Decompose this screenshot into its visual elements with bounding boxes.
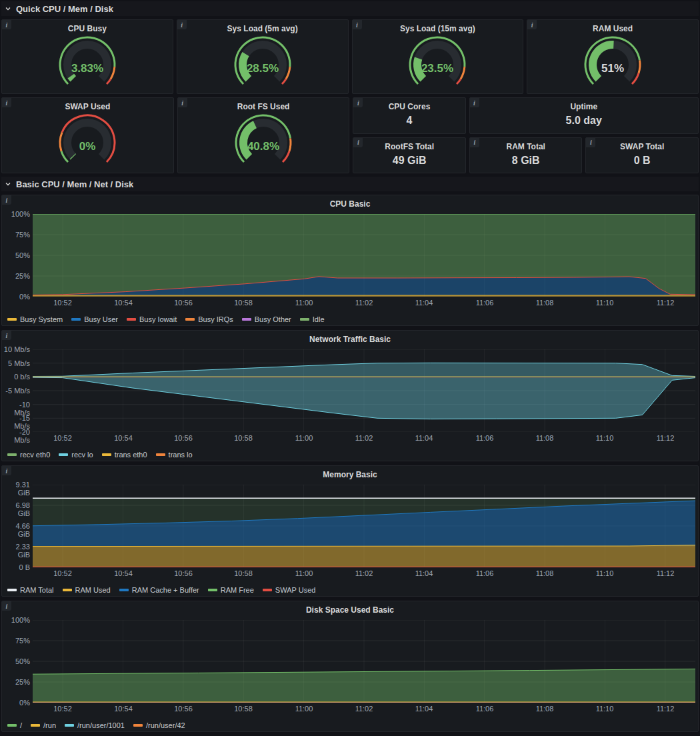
x-axis-label: 11:02: [349, 434, 379, 442]
panel-info-icon[interactable]: i: [470, 98, 479, 107]
panel-row-stats-bottom: iRootFS Total49 GiBiRAM Total8 GiBiSWAP …: [353, 137, 699, 174]
panel-column-graphs: iCPU Basic100%75%50%25%0%10:5210:5410:56…: [1, 195, 699, 732]
legend-label: /: [20, 721, 22, 729]
legend-item-swap-used[interactable]: SWAP Used: [263, 586, 316, 594]
panel-title[interactable]: RAM Total: [470, 138, 582, 151]
x-axis-label: 11:10: [590, 434, 619, 442]
legend-item-ram-total[interactable]: RAM Total: [7, 586, 54, 594]
legend-item-run[interactable]: /run: [31, 721, 56, 729]
panel-info-icon[interactable]: i: [177, 20, 187, 29]
y-axis-label: 6.98 GiB: [3, 501, 30, 517]
legend-item-run-user-1001[interactable]: /run/user/1001: [65, 721, 125, 729]
panel-title[interactable]: SWAP Used: [65, 98, 110, 111]
legend-item-busy-irqs[interactable]: Busy IRQs: [185, 315, 233, 323]
x-axis-label: 11:00: [289, 569, 319, 577]
panel-title[interactable]: Disk Space Used Basic: [2, 601, 698, 615]
row-header-basic-cpu-mem-net-disk[interactable]: Basic CPU / Mem / Net / Disk: [1, 177, 699, 191]
gauge-value: 0%: [79, 140, 96, 153]
chart-legend: RAM TotalRAM UsedRAM Cache + BufferRAM F…: [7, 586, 315, 594]
x-axis-label: 10:56: [169, 705, 198, 713]
legend-label: RAM Total: [20, 586, 54, 594]
panel-subgrid: iCPU Cores4iUptime5.0 dayiRootFS Total49…: [353, 97, 699, 173]
panel-title[interactable]: CPU Busy: [68, 20, 107, 33]
chart-canvas[interactable]: [33, 620, 695, 703]
panel-info-icon[interactable]: i: [2, 20, 11, 29]
y-axis-label: 9.31 GiB: [3, 481, 30, 497]
legend-item-trans-eth0[interactable]: trans eth0: [102, 451, 147, 459]
panel-info-icon[interactable]: i: [2, 466, 11, 475]
panel-title[interactable]: SWAP Total: [586, 138, 698, 151]
panel-row-gauges: iCPU Busy3.83%iSys Load (5m avg)28.5%iSy…: [1, 19, 699, 94]
legend-marker-icon: [300, 318, 309, 321]
legend-label: Busy System: [20, 315, 63, 323]
panel-sys-load-5m-avg: iSys Load (5m avg)28.5%: [177, 19, 349, 94]
panel-info-icon[interactable]: i: [353, 138, 363, 147]
chart-canvas[interactable]: [33, 214, 695, 297]
legend-label: Idle: [313, 315, 325, 323]
legend-label: recv eth0: [20, 451, 50, 459]
panel-disk-space-used-basic: iDisk Space Used Basic100%75%50%25%0%10:…: [1, 601, 699, 732]
panel-info-icon[interactable]: i: [470, 138, 479, 147]
x-axis-label: 10:52: [48, 569, 77, 577]
panel-info-icon[interactable]: i: [353, 98, 363, 107]
legend-label: /run/user/1001: [77, 721, 125, 729]
panel-info-icon[interactable]: i: [353, 20, 362, 29]
panel-title[interactable]: Root FS Used: [237, 98, 290, 111]
panel-info-icon[interactable]: i: [2, 195, 11, 205]
panel-ram-total: iRAM Total8 GiB: [469, 137, 583, 174]
chart-legend: recv eth0recv lotrans eth0trans lo: [7, 451, 193, 459]
legend-item-idle[interactable]: Idle: [300, 315, 325, 323]
legend-item-busy-system[interactable]: Busy System: [7, 315, 63, 323]
chart-canvas[interactable]: [33, 349, 695, 432]
legend-item-ram-free[interactable]: RAM Free: [208, 586, 254, 594]
panel-info-icon[interactable]: i: [2, 601, 11, 611]
panel-cpu-basic: iCPU Basic100%75%50%25%0%10:5210:5410:56…: [1, 195, 699, 326]
panel-memory-basic: iMemory Basic9.31 GiB6.98 GiB4.66 GiB2.3…: [1, 465, 699, 597]
legend-item-busy-user[interactable]: Busy User: [71, 315, 118, 323]
panel-title[interactable]: CPU Cores: [353, 98, 465, 111]
x-axis-label: 11:04: [409, 299, 439, 307]
legend-item-busy-iowait[interactable]: Busy Iowait: [127, 315, 177, 323]
gauge: 23.5%: [387, 34, 487, 90]
legend-marker-icon: [119, 589, 129, 591]
panel-info-icon[interactable]: i: [2, 98, 11, 107]
legend-label: RAM Cache + Buffer: [132, 586, 199, 594]
row-header-quick-cpu-mem-disk[interactable]: Quick CPU / Mem / Disk: [1, 1, 699, 16]
legend-item-ram-used[interactable]: RAM Used: [63, 586, 111, 594]
legend-marker-icon: [242, 318, 251, 321]
legend-item-trans-lo[interactable]: trans lo: [156, 451, 193, 459]
x-axis-label: 11:00: [289, 434, 319, 442]
legend-item-busy-other[interactable]: Busy Other: [242, 315, 291, 323]
y-axis-label: 100%: [3, 210, 30, 218]
panel-info-icon[interactable]: i: [2, 331, 11, 340]
legend-item-recv-eth0[interactable]: recv eth0: [7, 451, 50, 459]
legend-label: /run: [43, 721, 56, 729]
panel-title[interactable]: Network Traffic Basic: [2, 331, 698, 344]
legend-marker-icon: [127, 318, 136, 321]
gauge: 51%: [563, 34, 663, 90]
legend-item-ram-cache-buffer[interactable]: RAM Cache + Buffer: [119, 586, 199, 594]
legend-item-recv-lo[interactable]: recv lo: [59, 451, 93, 459]
panel-title[interactable]: Sys Load (15m avg): [400, 20, 475, 33]
y-axis-label: 0%: [3, 293, 30, 301]
dashboard: Quick CPU / Mem / Disk iCPU Busy3.83%iSy…: [0, 0, 700, 733]
legend-marker-icon: [31, 724, 40, 727]
legend-item-[interactable]: /: [7, 721, 22, 729]
panel-info-icon[interactable]: i: [178, 98, 187, 107]
chart-canvas[interactable]: [33, 485, 695, 567]
legend-item-run-user-42[interactable]: /run/user/42: [133, 721, 185, 729]
panel-row-stats-top: iCPU Cores4iUptime5.0 day: [353, 97, 699, 134]
panel-title[interactable]: Uptime: [470, 98, 699, 111]
panel-info-icon[interactable]: i: [586, 138, 595, 147]
legend-marker-icon: [7, 589, 17, 591]
legend-marker-icon: [185, 318, 195, 321]
legend-marker-icon: [263, 589, 272, 591]
panel-title[interactable]: CPU Basic: [2, 195, 698, 209]
legend-marker-icon: [7, 318, 17, 321]
panel-title[interactable]: RAM Used: [593, 20, 633, 33]
legend-label: Busy IRQs: [198, 315, 233, 323]
panel-info-icon[interactable]: i: [527, 20, 537, 29]
panel-title[interactable]: Sys Load (5m avg): [227, 20, 298, 33]
panel-title[interactable]: Memory Basic: [2, 466, 698, 479]
panel-title[interactable]: RootFS Total: [353, 138, 465, 151]
